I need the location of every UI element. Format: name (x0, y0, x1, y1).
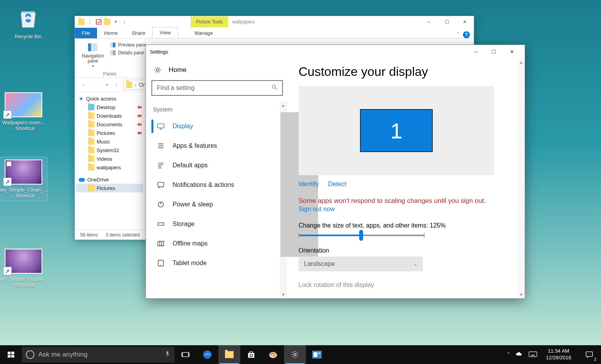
shortcut-simple-purple[interactable]: ↗ ws_Simple_Purple... - Shortcut (0, 249, 47, 288)
tree-desktop[interactable]: Desktop📌 (76, 103, 143, 111)
tree-system32[interactable]: System32 (76, 146, 143, 154)
sidebar-item-display[interactable]: Display (151, 117, 281, 136)
folder-icon (88, 113, 94, 119)
onedrive-tray-icon[interactable] (515, 351, 523, 358)
monitor-1[interactable]: 1 (360, 109, 433, 152)
task-view-button[interactable] (175, 345, 196, 364)
svg-rect-15 (158, 182, 164, 187)
microphone-icon[interactable] (164, 350, 171, 360)
taskbar-clock[interactable]: 11:34 AM 12/28/2016 (543, 348, 574, 361)
start-button[interactable] (0, 345, 22, 364)
breadcrumb-segment[interactable]: Or (139, 82, 145, 88)
settings-search[interactable]: Find a setting (151, 80, 283, 96)
edge-icon (202, 350, 212, 360)
identify-link[interactable]: Identify (299, 181, 319, 188)
close-button[interactable]: ✕ (456, 16, 474, 27)
taskbar-store[interactable] (240, 345, 262, 364)
tree-music[interactable]: Music (76, 137, 143, 146)
home-button[interactable]: Home (151, 62, 281, 80)
tree-downloads[interactable]: Downloads📌 (76, 111, 143, 120)
scroll-down-icon[interactable]: ▼ (280, 290, 287, 298)
up-button[interactable]: ↑ (113, 82, 119, 88)
chevron-down-icon: ▼ (91, 65, 94, 68)
notification-icon (585, 350, 594, 359)
pin-icon: 📌 (135, 112, 142, 119)
sidebar-item-apps[interactable]: Apps & features (151, 136, 281, 156)
pin-icon: 📌 (135, 129, 142, 136)
navigation-pane-button[interactable]: Navigation pane ▼ (79, 41, 106, 69)
navigation-pane-label: Navigation pane (82, 54, 104, 64)
svg-rect-3 (110, 43, 112, 47)
tab-file[interactable]: File (75, 28, 97, 38)
sidebar-item-storage[interactable]: Storage (151, 214, 281, 234)
properties-icon[interactable] (95, 18, 102, 25)
minimize-button[interactable]: ─ (420, 16, 438, 27)
detect-link[interactable]: Detect (328, 181, 346, 188)
tree-onedrive[interactable]: OneDrive (76, 176, 143, 184)
sidebar-item-default-apps[interactable]: Default apps (151, 156, 281, 175)
back-button[interactable]: ← (79, 82, 88, 88)
slider-handle[interactable] (359, 230, 363, 241)
tree-pictures[interactable]: Pictures📌 (76, 129, 143, 137)
history-dropdown[interactable]: ▾ (104, 82, 110, 87)
main-scrollbar[interactable]: ▲ ▼ (518, 58, 525, 298)
sidebar-item-power[interactable]: Power & sleep (151, 195, 281, 214)
selection-checkbox[interactable] (6, 161, 12, 167)
scaling-warning: Some apps won't respond to scaling chang… (299, 197, 513, 205)
keyboard-tray-icon[interactable] (529, 351, 537, 359)
sidebar-item-tablet[interactable]: Tablet mode (151, 253, 281, 273)
orientation-dropdown[interactable]: Landscape ⌄ (299, 256, 423, 271)
taskbar-settings[interactable] (284, 345, 306, 364)
cortana-search[interactable]: Ask me anything (22, 347, 175, 362)
explorer-titlebar[interactable]: | ▼ | Picture Tools wallpapers ─ ☐ ✕ (75, 16, 474, 28)
apps-icon (157, 142, 165, 150)
maximize-button[interactable]: ☐ (438, 16, 456, 27)
collapse-ribbon-icon[interactable]: ˇ (457, 32, 459, 38)
forward-button[interactable]: → (92, 82, 101, 88)
taskbar-edge[interactable] (196, 345, 218, 364)
scroll-up-icon[interactable]: ▲ (280, 101, 287, 109)
shortcut-wallpapers-room[interactable]: ↗ Wallpapers-room... - Shortcut (0, 92, 47, 131)
recycle-bin[interactable]: Recycle Bin (5, 4, 52, 39)
taskbar: Ask me anything ˄ 11:34 AM 12/28/2016 2 (0, 345, 601, 364)
sidebar-scrollbar[interactable]: ▲ ▼ (280, 101, 287, 298)
svg-rect-44 (529, 351, 537, 357)
tab-manage[interactable]: Manage (187, 28, 220, 38)
svg-rect-2 (92, 43, 97, 51)
action-center-button[interactable]: 2 (580, 345, 599, 364)
scale-slider[interactable] (299, 235, 424, 236)
sidebar-item-offline-maps[interactable]: Offline maps (151, 234, 281, 253)
sidebar-item-notifications[interactable]: Notifications & actions (151, 175, 281, 195)
details-pane-button[interactable]: Details pane (109, 49, 148, 57)
tree-onedrive-pictures[interactable]: Pictures (76, 184, 143, 192)
taskbar-paint[interactable] (262, 345, 284, 364)
preview-pane-button[interactable]: Preview pane (109, 41, 148, 49)
taskbar-app[interactable] (306, 345, 328, 364)
scroll-up-icon[interactable]: ▲ (518, 58, 525, 66)
close-button[interactable]: ✕ (503, 46, 521, 57)
gear-icon (154, 66, 162, 74)
tab-share[interactable]: Share (125, 28, 153, 38)
display-preview[interactable]: 1 (299, 86, 494, 175)
sign-out-link[interactable]: Sign out now (299, 206, 335, 213)
tree-documents[interactable]: Documents📌 (76, 120, 143, 129)
tab-home[interactable]: Home (97, 28, 125, 38)
svg-rect-33 (250, 356, 251, 357)
picture-tools-tab[interactable]: Picture Tools (191, 16, 228, 27)
minimize-button[interactable]: ─ (467, 46, 485, 57)
shortcut-simple-clean[interactable]: ↗ ws_Simple_Clean_... - Shortcut (0, 157, 47, 201)
maximize-button[interactable]: ☐ (485, 46, 503, 57)
tray-overflow-icon[interactable]: ˄ (507, 351, 510, 358)
tab-view[interactable]: View (152, 27, 178, 38)
scroll-down-icon[interactable]: ▼ (518, 290, 525, 298)
help-icon[interactable]: ? (463, 31, 470, 38)
svg-rect-34 (252, 356, 253, 357)
taskbar-explorer[interactable] (218, 345, 240, 364)
settings-titlebar[interactable]: Settings ─ ☐ ✕ (146, 45, 525, 58)
tree-quick-access[interactable]: ★Quick access (76, 94, 143, 103)
scale-label: Change the size of text, apps, and other… (299, 222, 513, 229)
tree-wallpapers[interactable]: wallpapers (76, 163, 143, 172)
new-folder-icon[interactable] (104, 18, 111, 25)
tree-videos[interactable]: Videos (76, 154, 143, 163)
qat-dropdown-icon[interactable]: ▼ (112, 18, 119, 25)
